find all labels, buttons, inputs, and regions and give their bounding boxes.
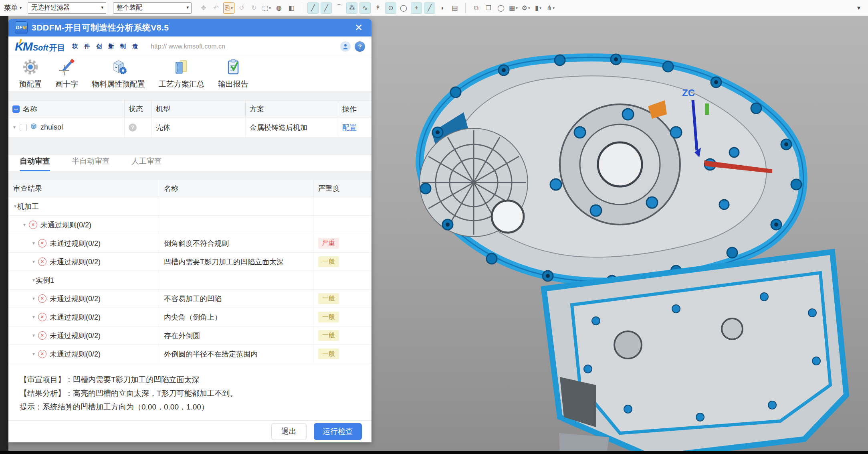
snapshot-icon[interactable]: ⧉: [471, 3, 481, 13]
expander-icon[interactable]: [32, 352, 36, 356]
shaded-cube-icon[interactable]: ◧: [286, 3, 297, 13]
select-all-checkbox[interactable]: [12, 105, 20, 113]
人工审查[interactable]: 人工审查: [131, 156, 162, 171]
severity-badge: 一般: [318, 312, 339, 322]
measure-icon[interactable]: ⋔: [545, 3, 556, 13]
error-icon: [38, 331, 46, 340]
severity-badge: 一般: [318, 330, 339, 341]
expander-icon[interactable]: [32, 315, 36, 319]
arc-tool-icon[interactable]: ⌒: [334, 3, 344, 13]
active-tool-icon[interactable]: ⎘: [223, 2, 234, 14]
draw-cross-button[interactable]: 画十字: [55, 58, 78, 89]
ellipse-view-icon[interactable]: ◯: [496, 3, 506, 13]
solid-gear-icon[interactable]: ⚙: [521, 3, 531, 13]
exit-button[interactable]: 退出: [271, 423, 307, 440]
result-label: 未通过规则(0/2): [50, 331, 101, 340]
error-icon: [38, 239, 46, 247]
3d-model: ZC: [371, 32, 868, 454]
marquee-select-icon[interactable]: ⬚: [261, 3, 272, 13]
menu-button[interactable]: 菜单: [4, 3, 22, 12]
axis-label: ZC: [682, 87, 695, 98]
preconfigure-button[interactable]: 预配置: [19, 58, 42, 89]
process-plan-summary-button[interactable]: 工艺方案汇总: [159, 58, 204, 89]
result-row[interactable]: 未通过规则(0/2): [8, 216, 371, 234]
expander-icon[interactable]: [32, 333, 36, 338]
result-row[interactable]: 未通过规则(0/2) 凹槽内需要T影刀加工的凹陷立面太深 一般: [8, 253, 371, 271]
part-name: zhuisol: [40, 123, 63, 132]
close-icon[interactable]: ✕: [352, 23, 365, 32]
part-row[interactable]: zhuisol 壳体 金属模铸造后机加 配置: [8, 118, 371, 138]
自动审查[interactable]: 自动审查: [20, 156, 50, 171]
move-tool-icon[interactable]: ✥: [198, 3, 209, 13]
result-row[interactable]: 未通过规则(0/2) 存在外倒圆 一般: [8, 326, 371, 345]
rotate-left-icon[interactable]: ↺: [236, 3, 247, 13]
segment-tool-icon[interactable]: ╱: [424, 2, 435, 14]
plan-value: 金属模铸造后机加: [245, 118, 338, 137]
dialog-titlebar[interactable]: DFM 3DDFM-开目可制造性分析系统V8.5 ✕: [8, 19, 371, 37]
result-row[interactable]: 实例1: [8, 271, 371, 290]
result-row[interactable]: 未通过规则(0/2) 内尖角（倒角上） 一般: [8, 308, 371, 326]
box-gear-icon: [110, 58, 127, 77]
result-row[interactable]: 未通过规则(0/2) 不容易加工的凹陷 一般: [8, 290, 371, 308]
column-name: 名称: [23, 104, 37, 114]
column-rule-name: 名称: [159, 180, 313, 197]
spacer: [8, 138, 371, 155]
rule-name: 倒角斜度不符合规则: [159, 234, 313, 252]
window-icon[interactable]: ❐: [483, 3, 494, 13]
help-icon[interactable]: [355, 41, 365, 52]
overflow-arrow-icon[interactable]: ▾: [854, 3, 864, 13]
result-label: 未通过规则(0/2): [50, 294, 101, 304]
column-review-result: 审查结果: [8, 180, 159, 197]
result-row[interactable]: 未通过规则(0/2) 外倒圆的半径不在给定范围内 一般: [8, 345, 371, 363]
run-check-button[interactable]: 运行检查: [314, 423, 362, 440]
expander-icon[interactable]: [12, 125, 16, 130]
rule-name: [159, 216, 313, 234]
result-row[interactable]: 机加工: [8, 197, 371, 216]
books-icon: [173, 58, 190, 77]
error-icon: [38, 257, 46, 266]
point-set-icon[interactable]: ⁂: [346, 2, 357, 14]
expander-icon[interactable]: [22, 223, 26, 227]
result-label: 未通过规则(0/2): [50, 239, 101, 248]
expander-icon[interactable]: [32, 241, 36, 245]
output-report-button[interactable]: 输出报告: [218, 58, 248, 89]
dfm-dialog: DFM 3DDFM-开目可制造性分析系统V8.5 ✕ KMSoft开目 软 件 …: [8, 19, 371, 442]
error-icon: [29, 221, 37, 229]
cross-tool-icon[interactable]: ＋: [411, 2, 422, 14]
cylinder-icon[interactable]: ▮: [533, 3, 543, 13]
face-profile-icon[interactable]: ◗: [437, 3, 448, 13]
expander-icon[interactable]: [32, 278, 36, 282]
selection-filter-select[interactable]: 无选择过滤器: [28, 2, 106, 14]
spline-tool-icon[interactable]: ∿: [359, 2, 371, 14]
dialog-footer: 退出 运行检查: [8, 420, 371, 442]
sketch-line-icon[interactable]: ╱: [321, 2, 332, 14]
circle-center-icon[interactable]: ⊙: [385, 2, 396, 14]
detail-line: 【结果分析】：高亮的凹槽的立面太深，T形刀可能都加工不到。: [20, 387, 371, 400]
expander-icon[interactable]: [32, 259, 36, 264]
machine-type-value: 壳体: [151, 118, 245, 137]
row-checkbox[interactable]: [20, 124, 27, 131]
report-check-icon: [224, 58, 242, 77]
line-tool-icon[interactable]: ╱: [307, 2, 319, 14]
result-row[interactable]: 未通过规则(0/2) 倒角斜度不符合规则 严重: [8, 234, 371, 253]
rotate-right-icon[interactable]: ↻: [249, 3, 259, 13]
user-icon[interactable]: [340, 41, 351, 52]
globe-icon[interactable]: ◍: [274, 3, 284, 13]
part-cube-icon: [30, 123, 37, 132]
severity-badge: 严重: [318, 238, 339, 249]
undo-icon[interactable]: ↶: [211, 3, 221, 13]
column-severity: 严重度: [313, 180, 371, 197]
datum-axis-icon[interactable]: ↟: [373, 3, 383, 13]
material-preconfigure-button[interactable]: 物料属性预配置: [92, 58, 145, 89]
detail-line: 【审宣项目】：凹槽内需要T影刀加工的凹陷立面太深: [20, 373, 371, 387]
半自动审查[interactable]: 半自动审查: [72, 156, 110, 171]
expander-icon[interactable]: [13, 204, 17, 209]
mesh-body-icon[interactable]: ▤: [450, 3, 460, 13]
expander-icon[interactable]: [32, 296, 36, 301]
configure-link[interactable]: 配置: [342, 123, 357, 132]
rule-name: 存在外倒圆: [159, 326, 313, 345]
grid-icon[interactable]: ▦: [508, 3, 519, 13]
gear-icon: [22, 58, 39, 77]
ellipse-tool-icon[interactable]: ◯: [398, 3, 409, 13]
assembly-scope-select[interactable]: 整个装配: [113, 2, 192, 14]
